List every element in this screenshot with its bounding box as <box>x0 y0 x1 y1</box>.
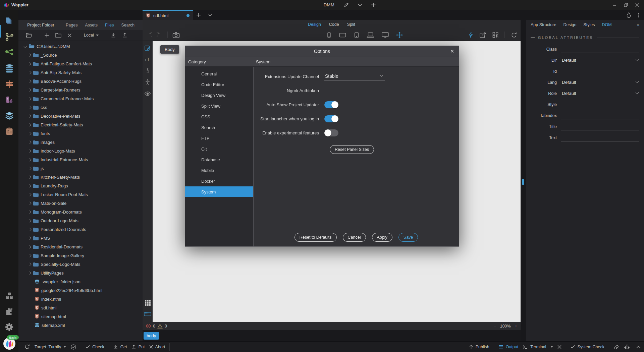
abort-button[interactable]: Abort <box>149 345 165 349</box>
restore-button[interactable] <box>624 3 628 7</box>
chevron-right-icon[interactable] <box>28 158 32 161</box>
tasks-panel-icon[interactable] <box>4 126 15 137</box>
new-tab-button[interactable] <box>193 10 204 20</box>
chevron-right-icon[interactable] <box>28 123 32 126</box>
dialog-close-button[interactable]: ✕ <box>450 46 454 57</box>
view-mode-button[interactable]: Code <box>329 22 339 27</box>
terminal-chevron-icon[interactable] <box>550 346 553 348</box>
tree-item[interactable]: Electrical-Safety-Mats <box>18 120 143 129</box>
packages-icon[interactable] <box>4 290 15 302</box>
dialog-footer-button[interactable]: Save <box>398 233 418 242</box>
tree-item[interactable]: Sample-Image-Gallery <box>18 251 143 260</box>
tree-item[interactable]: Specialty-Logo-Mats <box>18 260 143 269</box>
chevron-right-icon[interactable] <box>28 140 32 144</box>
dialog-category-item[interactable]: CSS <box>185 111 253 122</box>
toggle-switch[interactable] <box>324 129 338 136</box>
settings-gear-icon[interactable] <box>4 321 15 333</box>
tree-item[interactable]: css <box>18 103 143 112</box>
terminal-toggle[interactable]: Terminal <box>523 345 546 349</box>
attribute-input[interactable]: Default <box>561 79 639 86</box>
tree-item[interactable]: Anti-Fatigue-Comfort-Mats <box>18 59 143 68</box>
chevron-right-icon[interactable] <box>28 53 32 57</box>
tablet-landscape-preview-icon[interactable] <box>339 32 346 38</box>
git-panel-icon[interactable] <box>4 31 15 43</box>
target-selector[interactable]: Target: Turbify <box>35 345 66 349</box>
edit-element-icon[interactable] <box>143 44 152 52</box>
chevron-right-icon[interactable] <box>28 219 32 222</box>
tree-item[interactable]: Mats-on-Sale <box>18 199 143 208</box>
tree-item[interactable]: Industrial-Entrance-Mats <box>18 155 143 164</box>
inspect-info-icon[interactable] <box>143 66 152 75</box>
chevron-right-icon[interactable] <box>28 210 32 214</box>
chevron-right-icon[interactable] <box>28 228 32 231</box>
chevron-right-icon[interactable] <box>28 132 32 135</box>
put-button[interactable]: Put <box>131 345 145 349</box>
chevron-right-icon[interactable] <box>28 236 32 240</box>
dialog-category-item[interactable]: Split View <box>185 101 253 111</box>
dialog-category-item[interactable]: Git <box>185 143 253 154</box>
system-check-button[interactable]: System Check <box>571 345 604 349</box>
dialog-category-item[interactable]: Mobile <box>185 165 253 176</box>
toggle-switch[interactable] <box>324 101 338 108</box>
attribute-input[interactable] <box>561 112 639 119</box>
attribute-input[interactable] <box>561 123 639 130</box>
panel-resize-handle[interactable] <box>522 179 524 185</box>
ruler-icon[interactable] <box>143 310 152 318</box>
attribute-input[interactable] <box>561 134 639 141</box>
dialog-category-item[interactable]: System <box>185 186 253 197</box>
unsaved-changes-dot[interactable] <box>186 14 190 17</box>
download-get-icon[interactable] <box>111 33 116 38</box>
chevron-right-icon[interactable] <box>28 254 32 257</box>
tree-item[interactable]: Monogram-Doormats <box>18 208 143 216</box>
dialog-category-item[interactable]: General <box>185 68 253 79</box>
redo-icon[interactable] <box>157 32 163 38</box>
project-panel-tab[interactable]: Pages <box>66 23 77 27</box>
tree-item[interactable]: Carpet-Mat-Runners <box>18 85 143 94</box>
chevron-right-icon[interactable] <box>28 62 32 65</box>
tree-item[interactable]: C:\Users\...\DMM <box>18 42 143 51</box>
chevron-right-icon[interactable] <box>28 106 32 109</box>
visibility-eye-icon[interactable] <box>143 89 152 98</box>
chevron-right-icon[interactable] <box>28 184 32 187</box>
sync-target-icon[interactable] <box>24 344 30 350</box>
tree-item[interactable]: images <box>18 138 143 146</box>
project-name[interactable]: DMM <box>324 2 335 7</box>
theme-droplet-icon[interactable] <box>626 12 631 18</box>
tree-item[interactable]: Residential-Doormats <box>18 242 143 251</box>
panel-resize-gutter[interactable] <box>521 10 526 341</box>
grid-view-icon[interactable] <box>143 298 152 307</box>
dialog-category-item[interactable]: Code Editor <box>185 79 253 90</box>
close-button[interactable] <box>635 3 639 7</box>
reset-panel-sizes-button[interactable]: Reset Panel Sizes <box>330 145 374 154</box>
zoom-out-button[interactable]: − <box>493 324 496 329</box>
accessibility-icon[interactable] <box>143 78 152 86</box>
text-format-icon[interactable]: TT <box>143 55 152 64</box>
new-folder-icon[interactable] <box>55 33 61 38</box>
tree-item[interactable]: sdf.html <box>18 303 143 312</box>
edit-project-icon[interactable] <box>343 2 349 8</box>
extensions-puzzle-icon[interactable] <box>4 306 15 317</box>
tree-item[interactable]: Laundry-Rugs <box>18 181 143 190</box>
warnings-icon[interactable] <box>157 324 163 329</box>
tree-item[interactable]: Locker-Room-Pool-Mats <box>18 190 143 199</box>
tree-item[interactable]: Personalized-Doormats <box>18 225 143 234</box>
fluid-auto-size-icon[interactable] <box>396 32 403 39</box>
database-panel-icon[interactable] <box>4 63 15 74</box>
pages-panel-icon[interactable] <box>4 15 15 27</box>
tablet-portrait-preview-icon[interactable] <box>353 32 360 38</box>
more-tabs-chevron[interactable]: » <box>637 22 639 27</box>
project-panel-tab[interactable]: Assets <box>85 23 98 27</box>
attribute-input[interactable] <box>561 101 639 108</box>
open-project-folder-icon[interactable] <box>26 33 32 38</box>
qr-code-icon[interactable] <box>492 32 498 38</box>
kebab-menu-icon[interactable] <box>638 12 639 18</box>
tree-item[interactable]: js <box>18 164 143 173</box>
dialog-footer-button[interactable]: Cancel <box>343 233 366 242</box>
inspector-tab[interactable]: Design <box>563 22 576 27</box>
account-plan-badge[interactable]: Basic <box>2 336 17 351</box>
errors-icon[interactable] <box>146 324 151 329</box>
chevron-right-icon[interactable] <box>28 71 32 74</box>
clear-output-eraser-icon[interactable] <box>613 344 620 350</box>
tree-item[interactable]: _Source <box>18 51 143 59</box>
chevron-down-icon[interactable] <box>24 45 27 48</box>
